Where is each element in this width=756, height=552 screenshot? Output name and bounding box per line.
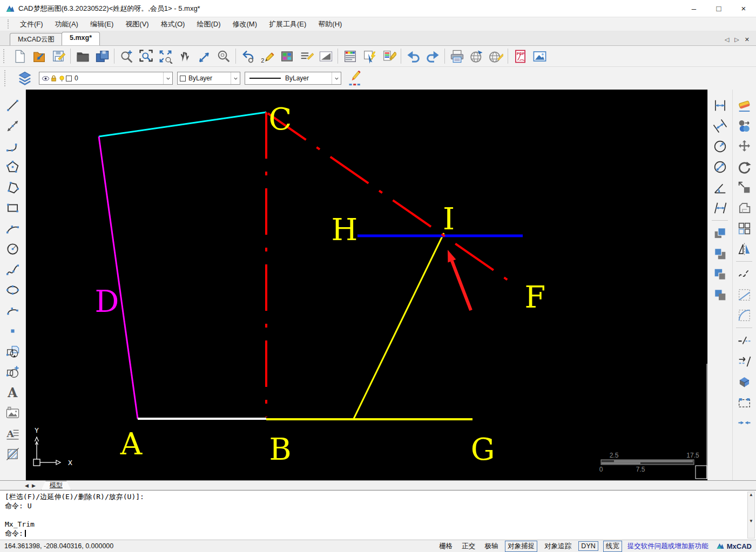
status-toggle-7[interactable]: 线宽: [603, 541, 622, 552]
copy-button[interactable]: [734, 115, 754, 136]
menu-item-7[interactable]: 修改(M): [226, 18, 263, 30]
layer-select[interactable]: 0: [39, 72, 173, 85]
polygon-button[interactable]: [3, 156, 23, 177]
break-button[interactable]: [734, 330, 754, 351]
xline-button[interactable]: [3, 115, 23, 136]
mirror-button[interactable]: [734, 238, 754, 259]
explode-button[interactable]: [734, 371, 754, 392]
scale-button[interactable]: [734, 177, 754, 197]
pdf-export-button[interactable]: PDF: [510, 47, 530, 65]
close-tab-button[interactable]: ✕: [745, 36, 750, 43]
color-select[interactable]: ByLayer: [177, 72, 240, 85]
edit-pencil-button[interactable]: 2: [258, 47, 277, 65]
ellipse-arc-button[interactable]: [3, 300, 23, 321]
new-file-button[interactable]: [10, 47, 29, 65]
close-button[interactable]: ×: [731, 0, 756, 17]
diagonal-yellow-line[interactable]: [354, 233, 444, 419]
print-button[interactable]: [447, 47, 467, 65]
color-palette-button[interactable]: [277, 47, 296, 65]
draworder-above-button[interactable]: [710, 264, 730, 284]
layer-panel-button[interactable]: [15, 69, 35, 87]
line-button[interactable]: [3, 95, 23, 115]
menu-item-3[interactable]: 编辑(E): [84, 18, 119, 30]
dim-angular-button[interactable]: [710, 177, 730, 197]
vertex-label-H[interactable]: H: [332, 212, 358, 247]
scroll-up-icon[interactable]: ▲: [750, 492, 753, 497]
menu-item-5[interactable]: 格式(O): [155, 18, 191, 30]
drawing-canvas[interactable]: CDHIFABGYX2.517.507.5: [26, 90, 707, 480]
left-magenta-line[interactable]: [99, 137, 138, 419]
status-toggle-4[interactable]: 对象捕捉: [505, 541, 537, 552]
vertex-label-F[interactable]: F: [525, 280, 546, 315]
dim-diameter-button[interactable]: [710, 156, 730, 177]
linetype-manager-button[interactable]: [296, 47, 316, 65]
zoom-window-button[interactable]: [136, 47, 156, 65]
dim-aligned-button[interactable]: [710, 115, 730, 136]
dim-linear-button[interactable]: [710, 95, 730, 115]
command-prompt-line[interactable]: 命令:: [5, 529, 745, 538]
dim-radius-button[interactable]: [710, 136, 730, 156]
prev-tab-button[interactable]: ◁: [725, 36, 729, 43]
document-tab-2[interactable]: 5.mxg*: [62, 32, 100, 45]
scroll-down-icon[interactable]: ▼: [750, 519, 753, 523]
menu-item-1[interactable]: 文件(F): [14, 18, 49, 30]
erase-button[interactable]: [734, 95, 754, 115]
rectangle-button[interactable]: [3, 197, 23, 218]
command-scrollbar[interactable]: ▲ ▼: [747, 492, 755, 539]
join-button[interactable]: [734, 412, 754, 433]
tab-model[interactable]: 模型: [41, 481, 71, 490]
vertex-label-B[interactable]: B: [269, 432, 291, 467]
status-toggle-1[interactable]: 栅格: [437, 541, 455, 551]
polyline-button[interactable]: [3, 136, 23, 156]
zoom-previous-button[interactable]: [238, 47, 258, 65]
vertex-label-C[interactable]: C: [269, 101, 292, 137]
maximize-button[interactable]: □: [706, 0, 731, 17]
image-export-button[interactable]: [530, 47, 549, 65]
layout-next-button[interactable]: ▶: [32, 483, 36, 488]
document-tab-1[interactable]: MxCAD云图: [10, 33, 63, 45]
array-button[interactable]: [734, 218, 754, 238]
layer-manager-button[interactable]: [340, 47, 360, 65]
minimize-button[interactable]: –: [681, 0, 706, 17]
stretch-button[interactable]: [734, 392, 754, 412]
rotate-button[interactable]: [734, 156, 754, 177]
drawing-svg[interactable]: CDHIFABGYX2.517.507.5: [26, 90, 707, 480]
arc-button[interactable]: [3, 218, 23, 238]
hatch-button[interactable]: [3, 444, 23, 464]
menu-item-4[interactable]: 视图(V): [119, 18, 154, 30]
open-import-button[interactable]: [29, 47, 49, 65]
fillet-button[interactable]: [734, 305, 754, 325]
draworder-front-button[interactable]: [710, 223, 730, 243]
move-button[interactable]: [734, 136, 754, 156]
layer-dropdown-arrow[interactable]: [163, 72, 172, 84]
next-tab-button[interactable]: ▷: [734, 36, 739, 43]
chamfer-button[interactable]: [734, 284, 754, 305]
quick-select-button[interactable]: [360, 47, 379, 65]
edit-spline-button[interactable]: [734, 264, 754, 284]
feedback-link[interactable]: 提交软件问题或增加新功能: [627, 542, 708, 551]
publish-web-button[interactable]: [467, 47, 486, 65]
undo-button[interactable]: [403, 47, 423, 65]
vertex-label-G[interactable]: G: [471, 432, 495, 467]
vertex-label-D[interactable]: D: [95, 284, 119, 319]
block-create-button[interactable]: [3, 362, 23, 382]
polygon2-button[interactable]: [3, 177, 23, 197]
open-folder-button[interactable]: [73, 47, 92, 65]
save-all-button[interactable]: [92, 47, 112, 65]
draworder-back-button[interactable]: [710, 243, 730, 264]
status-toggle-6[interactable]: DYN: [578, 541, 598, 551]
point-button[interactable]: [3, 321, 23, 341]
status-toggle-5[interactable]: 对象追踪: [542, 541, 573, 551]
lineweight-button[interactable]: [316, 47, 335, 65]
zoom-extents-button[interactable]: [156, 47, 175, 65]
web-settings-button[interactable]: [486, 47, 505, 65]
pan-button[interactable]: [175, 47, 194, 65]
vertex-label-I[interactable]: I: [443, 201, 455, 236]
offset-button[interactable]: [734, 197, 754, 218]
diagonal-red-dashed-line[interactable]: [268, 113, 516, 286]
zoom-realtime-button[interactable]: [117, 47, 136, 65]
menu-item-8[interactable]: 扩展工具(E): [263, 18, 312, 30]
draw-settings-button[interactable]: [346, 69, 365, 87]
top-cyan-line[interactable]: [99, 112, 266, 137]
measure-button[interactable]: [194, 47, 214, 65]
